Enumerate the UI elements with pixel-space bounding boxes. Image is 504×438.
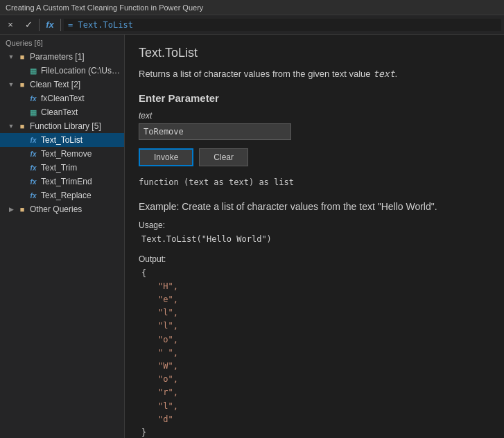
filelocation-arrow [17, 65, 28, 76]
sidebar-item-text-trim[interactable]: fx Text_Trim [0, 161, 124, 175]
close-brace: } [141, 428, 146, 437]
textremove-arrow [17, 148, 28, 159]
cleantext-row-arrow [17, 107, 28, 118]
fxcleantext-arrow [17, 93, 28, 104]
formula-bar-separator [39, 19, 40, 31]
textremove-label: Text_Remove [41, 149, 92, 159]
textreplace-label: Text_Replace [41, 191, 92, 200]
sidebar: Queries [6] ▼ ■ Parameters [1] ▦ FileLoc… [0, 35, 125, 438]
action-buttons: Invoke Clear [139, 148, 490, 166]
texttrimend-fx-icon: fx [28, 176, 39, 187]
open-brace: { [141, 268, 146, 278]
fxcleantext-fx-icon: fx [28, 93, 39, 104]
output-value-2: "l", [141, 306, 490, 319]
texttrim-label: Text_Trim [41, 163, 77, 173]
texttrimend-arrow [17, 176, 28, 187]
otherqueries-group-label: Other Queries [30, 204, 82, 214]
sidebar-item-cleantext[interactable]: ▦ CleanText [0, 105, 124, 119]
cleantext-table-icon: ▦ [28, 107, 39, 118]
confirm-formula-button[interactable]: ✓ [21, 17, 36, 33]
textremove-fx-icon: fx [28, 148, 39, 159]
formula-input[interactable] [64, 19, 501, 31]
sidebar-item-cleantext-group[interactable]: ▼ ■ Clean Text [2] [0, 78, 124, 91]
functionlibrary-arrow: ▼ [6, 121, 17, 132]
sidebar-item-otherqueries-group[interactable]: ▶ ■ Other Queries [0, 202, 124, 216]
output-value-0: "H", [141, 280, 490, 293]
sidebar-item-parameters[interactable]: ▼ ■ Parameters [1] [0, 50, 124, 64]
parameters-arrow: ▼ [6, 51, 17, 62]
example-title: Example: Create a list of character valu… [139, 201, 490, 212]
output-value-1: "e", [141, 293, 490, 306]
sidebar-item-functionlibrary-group[interactable]: ▼ ■ Function Library [5] [0, 119, 124, 133]
cleantext-arrow: ▼ [6, 79, 17, 90]
cleantext-group-label: Clean Text [2] [30, 80, 80, 89]
main-layout: Queries [6] ▼ ■ Parameters [1] ▦ FileLoc… [0, 35, 504, 438]
invoke-button[interactable]: Invoke [139, 148, 193, 166]
output-value-3: "l", [141, 319, 490, 333]
texttrim-arrow [17, 162, 28, 173]
function-description: Returns a list of character values from … [139, 67, 490, 81]
title-bar: Creating A Custom Text Cleaning Function… [0, 0, 504, 15]
title-text: Creating A Custom Text Cleaning Function… [6, 3, 203, 12]
output-value-5: " ", [141, 347, 490, 360]
parameters-folder-icon: ■ [17, 51, 28, 62]
cancel-formula-button[interactable]: × [3, 17, 18, 33]
texttolist-label: Text_ToList [41, 135, 82, 145]
output-value-7: "o", [141, 373, 490, 386]
output-value-4: "o", [141, 333, 490, 347]
formula-bar-separator2 [60, 19, 61, 31]
sidebar-item-text-tolist[interactable]: fx Text_ToList [0, 133, 124, 147]
output-value-10: "d" [141, 413, 490, 426]
fxcleantext-label: fxCleanText [41, 94, 85, 103]
output-block: { "H","e","l","l","o"," ","W","o","r","l… [139, 267, 490, 438]
textreplace-arrow [17, 190, 28, 201]
usage-code: Text.ToList("Hello World") [139, 233, 490, 246]
clear-button[interactable]: Clear [199, 148, 248, 166]
filelocation-label: FileLocation (C:\Users\l... [41, 66, 121, 76]
sidebar-item-text-trimend[interactable]: fx Text_TrimEnd [0, 175, 124, 189]
enter-parameter-title: Enter Parameter [139, 92, 490, 104]
sidebar-item-filelocation[interactable]: ▦ FileLocation (C:\Users\l... [0, 64, 124, 78]
otherqueries-arrow: ▶ [6, 204, 17, 215]
output-value-9: "l", [141, 400, 490, 413]
filelocation-table-icon: ▦ [28, 65, 39, 76]
content-area: Text.ToList Returns a list of character … [125, 35, 504, 438]
function-title: Text.ToList [139, 46, 490, 60]
functionlibrary-folder-icon: ■ [17, 121, 28, 132]
description-code: text [373, 69, 394, 79]
texttolist-arrow [17, 134, 28, 146]
output-label: Output: [139, 254, 490, 264]
param-text-input[interactable] [139, 123, 291, 140]
formula-bar: × ✓ fx [0, 15, 504, 35]
queries-header: Queries [6] [0, 35, 124, 50]
fx-button[interactable]: fx [42, 17, 58, 33]
sidebar-item-text-remove[interactable]: fx Text_Remove [0, 147, 124, 161]
output-value-8: "r", [141, 386, 490, 399]
texttrimend-label: Text_TrimEnd [41, 177, 92, 186]
function-signature: function (text as text) as list [139, 177, 490, 187]
cleantext-folder-icon: ■ [17, 79, 28, 90]
texttrim-fx-icon: fx [28, 162, 39, 173]
cleantext-label: CleanText [41, 107, 78, 117]
output-values: "H","e","l","l","o"," ","W","o","r","l",… [141, 280, 490, 426]
sidebar-item-fxcleantext[interactable]: fx fxCleanText [0, 91, 124, 105]
parameters-label: Parameters [1] [30, 52, 85, 62]
usage-label: Usage: [139, 220, 490, 230]
otherqueries-folder-icon: ■ [17, 204, 28, 215]
param-label: text [139, 111, 490, 121]
sidebar-item-text-replace[interactable]: fx Text_Replace [0, 189, 124, 202]
textreplace-fx-icon: fx [28, 190, 39, 201]
output-value-6: "W", [141, 360, 490, 373]
functionlibrary-group-label: Function Library [5] [30, 121, 101, 131]
texttolist-fx-icon: fx [28, 134, 39, 146]
